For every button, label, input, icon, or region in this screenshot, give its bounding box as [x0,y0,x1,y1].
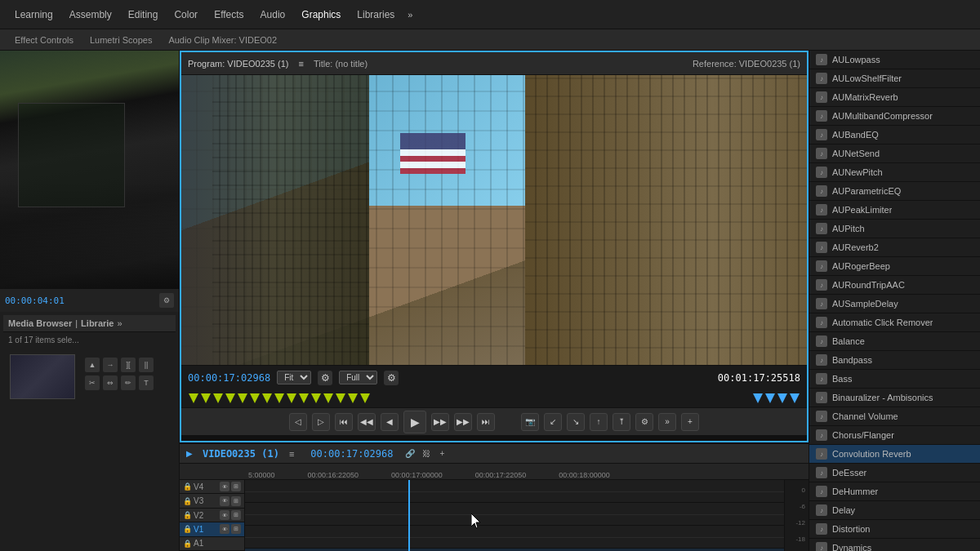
effect-item-20[interactable]: ♪Chorus/Flanger [809,426,980,445]
add-track-icon[interactable]: + [436,447,449,460]
program-monitor-menu-icon[interactable]: ≡ [299,59,304,69]
slip-tool-icon[interactable]: ⇔ [103,375,118,390]
rolling-edit-icon[interactable]: || [139,358,154,372]
effect-item-8[interactable]: ♪AUPeakLimiter [809,201,980,220]
tab-lumetri-scopes[interactable]: Lumetri Scopes [82,35,160,45]
effect-icon-4: ♪ [816,129,827,140]
rewind-button[interactable]: ◀ [381,413,399,431]
effect-item-5[interactable]: ♪AUNetSend [809,144,980,163]
forward-button[interactable]: ▶▶ [431,413,449,431]
more-controls-button[interactable]: » [658,413,676,431]
effect-item-11[interactable]: ♪AURogerBeep [809,257,980,276]
playhead[interactable] [408,480,410,551]
track-v4-eye-icon[interactable]: 👁 [220,482,229,491]
track-v1-sync-icon[interactable]: ⊞ [231,524,241,534]
track-a1-lock-icon[interactable]: 🔒 [183,540,192,548]
mark-out-button[interactable]: ▷ [312,413,330,431]
menu-learning[interactable]: Learning [7,6,61,24]
effect-item-17[interactable]: ♪Bass [809,370,980,389]
media-thumbnail[interactable] [10,354,75,399]
track-v1-eye-icon[interactable]: 👁 [220,524,229,534]
track-v4-sync-icon[interactable]: ⊞ [231,482,241,491]
left-bottom-panel: Media Browser | Librarie » 1 of 17 items… [0,312,179,551]
effect-item-10[interactable]: ♪AUReverb2 [809,238,980,257]
menu-graphics[interactable]: Graphics [293,6,349,24]
effect-item-1[interactable]: ♪AULowShelfFilter [809,69,980,88]
type-tool-icon[interactable]: T [139,375,154,390]
quality-dropdown[interactable]: Full [339,371,377,384]
effect-item-0[interactable]: ♪AULowpass [809,51,980,69]
effect-item-23[interactable]: ♪DeHummer [809,482,980,501]
track-v3-eye-icon[interactable]: 👁 [220,496,229,506]
effect-name-14: Automatic Click Remover [832,318,933,327]
pen-tool-icon[interactable]: ✏ [121,375,136,390]
track-select-icon[interactable]: → [103,358,118,372]
effect-item-24[interactable]: ♪Delay [809,501,980,520]
effect-item-3[interactable]: ♪AUMultibandCompressor [809,107,980,126]
timeline-menu-icon[interactable]: ≡ [289,449,294,459]
effect-item-6[interactable]: ♪AUNewPitch [809,163,980,182]
effect-item-16[interactable]: ♪Bandpass [809,351,980,370]
track-v3-lock-icon[interactable]: 🔒 [183,497,192,505]
tab-audio-clip-mixer[interactable]: Audio Clip Mixer: VIDEO02 [160,35,285,45]
menu-audio[interactable]: Audio [252,6,294,24]
track-v2-eye-icon[interactable]: 👁 [220,510,229,520]
lift-button[interactable]: ↑ [590,413,608,431]
menu-assembly[interactable]: Assembly [61,6,120,24]
go-to-in-button[interactable]: ⏮ [335,413,353,431]
track-v2-lock-icon[interactable]: 🔒 [183,511,192,519]
quality-settings-icon[interactable]: ⚙ [384,371,399,385]
timeline-timecode[interactable]: 00:00:17:02968 [310,448,393,460]
insert-button[interactable]: ↙ [544,413,562,431]
razor-tool-icon[interactable]: ✂ [85,375,100,390]
step-forward-button[interactable]: ▶▶ [454,413,472,431]
select-tool-icon[interactable]: ▲ [85,358,100,372]
mark-in-button[interactable]: ◁ [289,413,307,431]
effect-icon-14: ♪ [816,317,827,328]
extract-button[interactable]: ⤒ [612,413,630,431]
effect-item-26[interactable]: ♪Dynamics [809,539,980,551]
effect-item-7[interactable]: ♪AUParametricEQ [809,182,980,201]
timeline-scroll-area: 🔒 V4 👁 ⊞ 🔒 V3 👁 ⊞ [180,480,808,551]
track-v2-sync-icon[interactable]: ⊞ [231,510,241,520]
effect-item-15[interactable]: ♪Balance [809,332,980,351]
effect-item-2[interactable]: ♪AUMatrixReverb [809,88,980,107]
effect-name-7: AUParametricEQ [832,186,901,196]
fit-dropdown[interactable]: Fit [277,371,311,384]
menu-editing[interactable]: Editing [120,6,167,24]
settings-button[interactable]: ⚙ [635,413,653,431]
track-v4-lock-icon[interactable]: 🔒 [183,482,192,491]
menu-libraries[interactable]: Libraries [349,6,403,24]
settings-icon[interactable]: ⚙ [318,371,332,385]
effect-item-9[interactable]: ♪AUPitch [809,220,980,238]
ripple-edit-icon[interactable]: ][ [121,358,136,372]
menu-effects[interactable]: Effects [206,6,252,24]
export-frame-button[interactable]: 📷 [521,413,539,431]
effect-item-25[interactable]: ♪Distortion [809,520,980,539]
overwrite-button[interactable]: ↘ [567,413,585,431]
tab-effect-controls[interactable]: Effect Controls [7,35,82,45]
effect-item-12[interactable]: ♪AURoundTripAAC [809,276,980,295]
effect-item-19[interactable]: ♪Channel Volume [809,407,980,426]
magnet-tool-icon[interactable]: 🔗 [403,447,416,460]
menu-more-icon[interactable]: » [403,7,417,23]
effect-item-4[interactable]: ♪AUBandEQ [809,126,980,144]
add-marker-button[interactable]: + [681,413,699,431]
source-settings-icon[interactable]: ⚙ [159,293,174,308]
track-v4-controls: 👁 ⊞ [220,482,241,491]
step-back-button[interactable]: ◀◀ [358,413,376,431]
track-v2-content [245,526,784,549]
effect-item-22[interactable]: ♪DeEsser [809,464,980,482]
effect-item-13[interactable]: ♪AUSampleDelay [809,295,980,313]
go-to-out-button[interactable]: ⏭ [477,413,495,431]
linked-selection-icon[interactable]: ⛓ [420,447,433,460]
menu-color[interactable]: Color [166,6,206,24]
panel-expand-icon[interactable]: » [117,318,122,328]
track-v1-lock-icon[interactable]: 🔒 [183,525,192,533]
effect-item-21[interactable]: ♪Convolution Reverb [809,445,980,464]
play-button[interactable]: ▶ [403,411,426,433]
effect-item-18[interactable]: ♪Binauralizer - Ambisonics [809,389,980,407]
effect-item-14[interactable]: ♪Automatic Click Remover [809,313,980,332]
track-v3-sync-icon[interactable]: ⊞ [231,496,241,506]
effect-name-3: AUMultibandCompressor [832,111,933,121]
